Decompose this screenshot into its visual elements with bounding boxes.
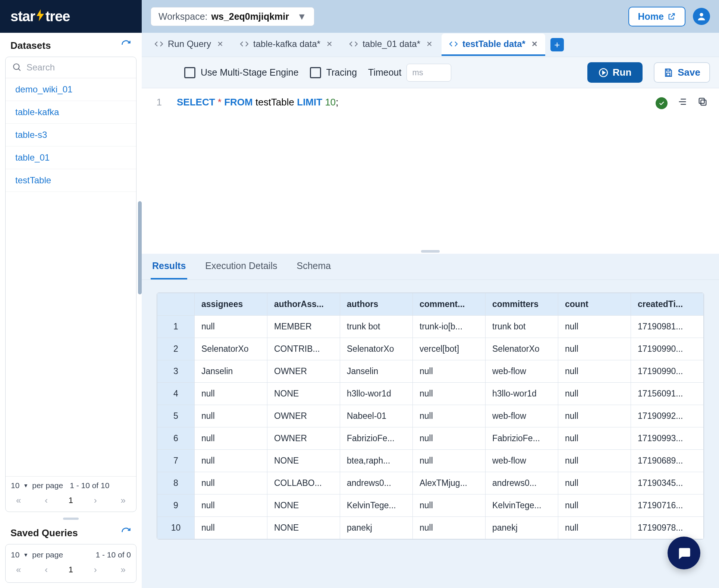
- refresh-icon[interactable]: [121, 39, 131, 51]
- pager-last[interactable]: »: [118, 494, 129, 507]
- caret-down-icon[interactable]: ▼: [23, 483, 28, 489]
- svg-point-2: [700, 13, 703, 16]
- scrollbar-thumb[interactable]: [138, 201, 142, 294]
- table-row[interactable]: 6nullOWNERFabrizioFe...nullFabrizioFe...…: [157, 427, 704, 450]
- column-header[interactable]: comment...: [413, 293, 486, 316]
- dataset-item[interactable]: table_01: [6, 146, 136, 169]
- format-icon[interactable]: [677, 97, 688, 110]
- cell: null: [558, 427, 631, 450]
- pager-prev[interactable]: ‹: [42, 563, 51, 576]
- cell: trunk bot: [340, 316, 413, 338]
- column-header[interactable]: assignees: [195, 293, 267, 316]
- cell: trunk-io[b...: [413, 316, 486, 338]
- editor-tab[interactable]: table-kafka data*✕: [232, 34, 340, 56]
- run-button[interactable]: Run: [587, 62, 643, 83]
- pager-first[interactable]: «: [13, 494, 24, 507]
- cell: NONE: [267, 517, 340, 539]
- cell: andrews0...: [486, 472, 558, 494]
- pager-next[interactable]: ›: [91, 494, 100, 507]
- caret-down-icon[interactable]: ▼: [23, 552, 28, 558]
- close-icon[interactable]: ✕: [426, 39, 433, 48]
- cell: trunk bot: [486, 316, 558, 338]
- result-tab[interactable]: Results: [151, 254, 187, 279]
- dataset-item[interactable]: table-s3: [6, 124, 136, 146]
- close-icon[interactable]: ✕: [217, 39, 223, 48]
- close-icon[interactable]: ✕: [531, 39, 538, 48]
- search-row: [6, 57, 136, 78]
- cell: null: [413, 383, 486, 405]
- cell: NONE: [267, 383, 340, 405]
- checkbox[interactable]: [310, 67, 321, 78]
- table-row[interactable]: 7nullNONEbtea,raph...nullweb-flownull171…: [157, 450, 704, 472]
- table-row[interactable]: 10nullNONEpanekjnullpanekjnull17190978..…: [157, 517, 704, 539]
- per-page-value[interactable]: 10: [11, 550, 19, 559]
- column-header[interactable]: authorAss...: [267, 293, 340, 316]
- table-row[interactable]: 2SelenatorXoCONTRIB...SelenatorXovercel[…: [157, 338, 704, 360]
- column-header[interactable]: count: [558, 293, 631, 316]
- cell: null: [195, 383, 267, 405]
- checkbox[interactable]: [184, 67, 195, 78]
- editor-tab[interactable]: Run Query✕: [147, 34, 231, 56]
- timeout-input[interactable]: [406, 64, 451, 82]
- table-row[interactable]: 8nullCOLLABO...andrews0...AlexTMjug...an…: [157, 472, 704, 494]
- cell: Nabeel-01: [340, 405, 413, 427]
- result-tab[interactable]: Schema: [295, 254, 332, 279]
- pager-first[interactable]: «: [13, 563, 24, 576]
- per-page-label: per page: [32, 550, 63, 559]
- results-area: assigneesauthorAss...authorscomment...co…: [142, 280, 719, 588]
- logo: star tree: [10, 9, 70, 25]
- pager-last[interactable]: »: [118, 563, 129, 576]
- sql-editor[interactable]: 1 SELECT * FROM testTable LIMIT 10;: [142, 88, 719, 249]
- editor-tab[interactable]: testTable data*✕: [442, 34, 545, 56]
- table-row[interactable]: 3JanselinOWNERJanselinnullweb-flownull17…: [157, 360, 704, 383]
- datasets-header: Datasets: [0, 33, 142, 57]
- workspace-value: ws_2eq0mjiqkmir: [211, 11, 289, 22]
- cell: FabrizioFe...: [486, 427, 558, 450]
- resize-handle[interactable]: [142, 249, 719, 254]
- close-icon[interactable]: ✕: [326, 39, 333, 48]
- save-icon: [663, 68, 673, 78]
- cell: null: [558, 450, 631, 472]
- dataset-item[interactable]: demo_wiki_01: [6, 78, 136, 101]
- row-number: 8: [157, 472, 195, 494]
- multistage-label: Use Multi-Stage Engine: [201, 67, 299, 78]
- cell: 17190990...: [631, 338, 704, 360]
- table-row[interactable]: 5nullOWNERNabeel-01nullweb-flownull17190…: [157, 405, 704, 427]
- avatar[interactable]: [693, 8, 710, 25]
- copy-icon[interactable]: [697, 97, 708, 110]
- column-header[interactable]: authors: [340, 293, 413, 316]
- cell: null: [413, 517, 486, 539]
- tracing-option[interactable]: Tracing: [310, 67, 357, 78]
- add-tab-button[interactable]: +: [550, 38, 564, 51]
- tab-label: table-kafka data*: [253, 39, 320, 49]
- search-input[interactable]: [26, 62, 138, 73]
- column-header[interactable]: committers: [486, 293, 558, 316]
- cell: h3llo-wor1d: [486, 383, 558, 405]
- cell: 17190990...: [631, 360, 704, 383]
- saved-title: Saved Queries: [10, 527, 78, 539]
- save-button[interactable]: Save: [654, 62, 710, 83]
- chat-button[interactable]: [668, 537, 700, 569]
- dataset-item[interactable]: table-kafka: [6, 101, 136, 124]
- multistage-option[interactable]: Use Multi-Stage Engine: [184, 67, 299, 78]
- results-table: assigneesauthorAss...authorscomment...co…: [157, 293, 704, 539]
- pager-next[interactable]: ›: [91, 563, 100, 576]
- refresh-icon[interactable]: [121, 527, 131, 539]
- drag-handle[interactable]: [0, 517, 142, 520]
- per-page-value[interactable]: 10: [11, 481, 19, 490]
- editor-tab[interactable]: table_01 data*✕: [342, 34, 440, 56]
- cell: 17190992...: [631, 405, 704, 427]
- svg-rect-5: [667, 73, 670, 76]
- cell: COLLABO...: [267, 472, 340, 494]
- cell: vercel[bot]: [413, 338, 486, 360]
- table-row[interactable]: 4nullNONEh3llo-wor1dnullh3llo-wor1dnull1…: [157, 383, 704, 405]
- result-tab[interactable]: Execution Details: [204, 254, 279, 279]
- workspace-selector[interactable]: Workspace: ws_2eq0mjiqkmir ▼: [151, 7, 314, 26]
- pager-prev[interactable]: ‹: [42, 494, 51, 507]
- home-button[interactable]: Home: [628, 7, 685, 26]
- table-row[interactable]: 1nullMEMBERtrunk bottrunk-io[b...trunk b…: [157, 316, 704, 338]
- column-header[interactable]: createdTi...: [631, 293, 704, 316]
- cell: KelvinTege...: [340, 494, 413, 517]
- dataset-item[interactable]: testTable: [6, 169, 136, 192]
- table-row[interactable]: 9nullNONEKelvinTege...nullKelvinTege...n…: [157, 494, 704, 517]
